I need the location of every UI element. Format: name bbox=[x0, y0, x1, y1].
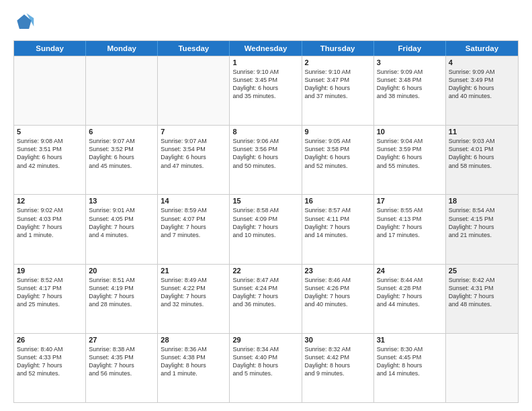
header-cell-sunday: Sunday bbox=[14, 41, 86, 56]
header-cell-monday: Monday bbox=[86, 41, 158, 56]
day-number: 15 bbox=[232, 197, 298, 205]
cal-cell bbox=[446, 334, 518, 402]
cell-text: Sunrise: 8:55 AM Sunset: 4:13 PM Dayligh… bbox=[377, 206, 443, 239]
cell-text: Sunrise: 8:30 AM Sunset: 4:45 PM Dayligh… bbox=[377, 345, 443, 378]
cell-text: Sunrise: 9:09 AM Sunset: 3:49 PM Dayligh… bbox=[449, 68, 515, 101]
cal-cell bbox=[86, 56, 158, 125]
day-number: 26 bbox=[17, 336, 83, 344]
day-number: 29 bbox=[232, 336, 298, 344]
cal-cell: 27Sunrise: 8:38 AM Sunset: 4:35 PM Dayli… bbox=[86, 334, 158, 402]
day-number: 6 bbox=[89, 128, 154, 136]
cal-cell: 12Sunrise: 9:02 AM Sunset: 4:03 PM Dayli… bbox=[14, 195, 86, 263]
cal-cell: 15Sunrise: 8:58 AM Sunset: 4:09 PM Dayli… bbox=[230, 195, 302, 263]
cell-text: Sunrise: 8:52 AM Sunset: 4:17 PM Dayligh… bbox=[17, 276, 83, 309]
cal-cell: 19Sunrise: 8:52 AM Sunset: 4:17 PM Dayli… bbox=[14, 265, 86, 333]
cal-cell: 11Sunrise: 9:03 AM Sunset: 4:01 PM Dayli… bbox=[446, 126, 518, 194]
cell-text: Sunrise: 9:07 AM Sunset: 3:52 PM Dayligh… bbox=[89, 137, 154, 170]
cell-text: Sunrise: 8:34 AM Sunset: 4:40 PM Dayligh… bbox=[232, 345, 298, 378]
cal-cell: 17Sunrise: 8:55 AM Sunset: 4:13 PM Dayli… bbox=[374, 195, 446, 263]
logo bbox=[13, 12, 38, 34]
day-number: 28 bbox=[161, 336, 226, 344]
day-number: 20 bbox=[89, 267, 154, 275]
cal-cell: 23Sunrise: 8:46 AM Sunset: 4:26 PM Dayli… bbox=[302, 265, 374, 333]
cell-text: Sunrise: 9:01 AM Sunset: 4:05 PM Dayligh… bbox=[89, 206, 154, 239]
day-number: 4 bbox=[449, 58, 515, 66]
cal-cell: 2Sunrise: 9:10 AM Sunset: 3:47 PM Daylig… bbox=[302, 56, 374, 125]
cell-text: Sunrise: 9:06 AM Sunset: 3:56 PM Dayligh… bbox=[232, 137, 298, 170]
logo-icon bbox=[13, 12, 35, 34]
cell-text: Sunrise: 8:36 AM Sunset: 4:38 PM Dayligh… bbox=[161, 345, 226, 378]
day-number: 23 bbox=[305, 267, 371, 275]
cal-cell: 18Sunrise: 8:54 AM Sunset: 4:15 PM Dayli… bbox=[446, 195, 518, 263]
cal-cell: 24Sunrise: 8:44 AM Sunset: 4:28 PM Dayli… bbox=[374, 265, 446, 333]
cal-cell: 16Sunrise: 8:57 AM Sunset: 4:11 PM Dayli… bbox=[302, 195, 374, 263]
cell-text: Sunrise: 8:32 AM Sunset: 4:42 PM Dayligh… bbox=[305, 345, 371, 378]
day-number: 8 bbox=[232, 128, 298, 136]
day-number: 31 bbox=[377, 336, 443, 344]
day-number: 27 bbox=[89, 336, 154, 344]
cal-cell: 9Sunrise: 9:05 AM Sunset: 3:58 PM Daylig… bbox=[302, 126, 374, 194]
cal-cell: 1Sunrise: 9:10 AM Sunset: 3:45 PM Daylig… bbox=[230, 56, 302, 125]
calendar-body: 1Sunrise: 9:10 AM Sunset: 3:45 PM Daylig… bbox=[14, 56, 518, 402]
header-cell-wednesday: Wednesday bbox=[230, 41, 302, 56]
cal-cell: 13Sunrise: 9:01 AM Sunset: 4:05 PM Dayli… bbox=[86, 195, 158, 263]
week-4: 19Sunrise: 8:52 AM Sunset: 4:17 PM Dayli… bbox=[14, 264, 518, 333]
day-number: 25 bbox=[449, 267, 515, 275]
cal-cell: 5Sunrise: 9:08 AM Sunset: 3:51 PM Daylig… bbox=[14, 126, 86, 194]
day-number: 7 bbox=[161, 128, 226, 136]
cal-cell: 25Sunrise: 8:42 AM Sunset: 4:31 PM Dayli… bbox=[446, 265, 518, 333]
cell-text: Sunrise: 9:03 AM Sunset: 4:01 PM Dayligh… bbox=[449, 137, 515, 170]
cal-cell: 8Sunrise: 9:06 AM Sunset: 3:56 PM Daylig… bbox=[230, 126, 302, 194]
cal-cell: 10Sunrise: 9:04 AM Sunset: 3:59 PM Dayli… bbox=[374, 126, 446, 194]
cell-text: Sunrise: 8:59 AM Sunset: 4:07 PM Dayligh… bbox=[161, 206, 226, 239]
cell-text: Sunrise: 9:05 AM Sunset: 3:58 PM Dayligh… bbox=[305, 137, 371, 170]
day-number: 17 bbox=[377, 197, 443, 205]
cal-cell: 6Sunrise: 9:07 AM Sunset: 3:52 PM Daylig… bbox=[86, 126, 158, 194]
day-number: 18 bbox=[449, 197, 515, 205]
day-number: 16 bbox=[305, 197, 371, 205]
week-2: 5Sunrise: 9:08 AM Sunset: 3:51 PM Daylig… bbox=[14, 125, 518, 194]
day-number: 2 bbox=[305, 58, 371, 66]
header-cell-tuesday: Tuesday bbox=[158, 41, 230, 56]
week-5: 26Sunrise: 8:40 AM Sunset: 4:33 PM Dayli… bbox=[14, 333, 518, 402]
cell-text: Sunrise: 9:09 AM Sunset: 3:48 PM Dayligh… bbox=[377, 68, 443, 101]
page: SundayMondayTuesdayWednesdayThursdayFrid… bbox=[0, 0, 532, 411]
calendar-header: SundayMondayTuesdayWednesdayThursdayFrid… bbox=[14, 41, 518, 56]
cell-text: Sunrise: 8:54 AM Sunset: 4:15 PM Dayligh… bbox=[449, 206, 515, 239]
day-number: 19 bbox=[17, 267, 83, 275]
week-1: 1Sunrise: 9:10 AM Sunset: 3:45 PM Daylig… bbox=[14, 56, 518, 125]
day-number: 24 bbox=[377, 267, 443, 275]
header bbox=[13, 12, 519, 34]
cal-cell: 28Sunrise: 8:36 AM Sunset: 4:38 PM Dayli… bbox=[158, 334, 230, 402]
cal-cell: 22Sunrise: 8:47 AM Sunset: 4:24 PM Dayli… bbox=[230, 265, 302, 333]
week-3: 12Sunrise: 9:02 AM Sunset: 4:03 PM Dayli… bbox=[14, 194, 518, 263]
day-number: 22 bbox=[232, 267, 298, 275]
header-cell-friday: Friday bbox=[374, 41, 446, 56]
day-number: 1 bbox=[232, 58, 298, 66]
day-number: 5 bbox=[17, 128, 83, 136]
calendar: SundayMondayTuesdayWednesdayThursdayFrid… bbox=[13, 40, 519, 403]
day-number: 12 bbox=[17, 197, 83, 205]
day-number: 21 bbox=[161, 267, 226, 275]
cell-text: Sunrise: 9:07 AM Sunset: 3:54 PM Dayligh… bbox=[161, 137, 226, 170]
day-number: 30 bbox=[305, 336, 371, 344]
cell-text: Sunrise: 9:04 AM Sunset: 3:59 PM Dayligh… bbox=[377, 137, 443, 170]
cal-cell: 29Sunrise: 8:34 AM Sunset: 4:40 PM Dayli… bbox=[230, 334, 302, 402]
cal-cell: 21Sunrise: 8:49 AM Sunset: 4:22 PM Dayli… bbox=[158, 265, 230, 333]
cal-cell: 30Sunrise: 8:32 AM Sunset: 4:42 PM Dayli… bbox=[302, 334, 374, 402]
day-number: 3 bbox=[377, 58, 443, 66]
cal-cell: 20Sunrise: 8:51 AM Sunset: 4:19 PM Dayli… bbox=[86, 265, 158, 333]
cal-cell: 3Sunrise: 9:09 AM Sunset: 3:48 PM Daylig… bbox=[374, 56, 446, 125]
day-number: 11 bbox=[449, 128, 515, 136]
cell-text: Sunrise: 9:10 AM Sunset: 3:47 PM Dayligh… bbox=[305, 68, 371, 101]
cell-text: Sunrise: 9:02 AM Sunset: 4:03 PM Dayligh… bbox=[17, 206, 83, 239]
cell-text: Sunrise: 9:08 AM Sunset: 3:51 PM Dayligh… bbox=[17, 137, 83, 170]
day-number: 9 bbox=[305, 128, 371, 136]
day-number: 14 bbox=[161, 197, 226, 205]
cell-text: Sunrise: 8:46 AM Sunset: 4:26 PM Dayligh… bbox=[305, 276, 371, 309]
cell-text: Sunrise: 8:44 AM Sunset: 4:28 PM Dayligh… bbox=[377, 276, 443, 309]
cal-cell: 26Sunrise: 8:40 AM Sunset: 4:33 PM Dayli… bbox=[14, 334, 86, 402]
header-cell-thursday: Thursday bbox=[302, 41, 374, 56]
day-number: 13 bbox=[89, 197, 154, 205]
cell-text: Sunrise: 8:51 AM Sunset: 4:19 PM Dayligh… bbox=[89, 276, 154, 309]
